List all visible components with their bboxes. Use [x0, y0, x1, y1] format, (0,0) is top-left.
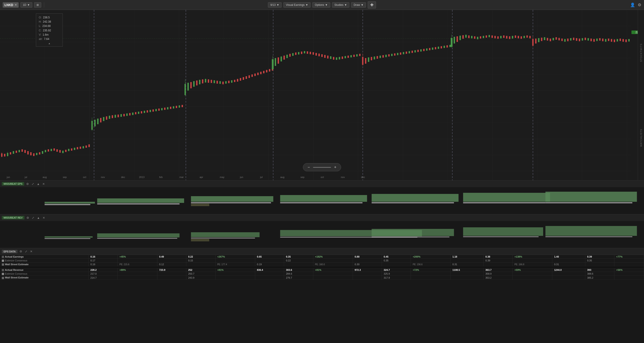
svg-rect-26: [39, 152, 40, 154]
svg-rect-52: [112, 115, 113, 118]
rev-close-icon[interactable]: ✕: [42, 216, 46, 220]
user-icon[interactable]: 👤: [630, 2, 635, 8]
ec-v1: 0.17: [88, 259, 118, 262]
date-range-button[interactable]: 9/13 ▼: [268, 2, 282, 8]
eps-close-icon[interactable]: ✕: [42, 182, 46, 186]
ws-rev-label: Wall Street Estimate: [0, 276, 88, 280]
watchlists-label[interactable]: WATCHLISTS: [640, 129, 642, 147]
wsr-v2: 243.9: [186, 276, 215, 280]
ar-v9: 363.7: [484, 268, 512, 272]
close-ticker-icon[interactable]: ✕: [14, 3, 17, 6]
zoom-slider[interactable]: [313, 167, 331, 168]
actual-earnings-swatch: [2, 256, 4, 258]
svg-rect-68: [158, 108, 160, 111]
draw-label: Draw: [354, 3, 360, 6]
eps-settings-icon[interactable]: ⚙: [26, 182, 30, 186]
svg-rect-35: [65, 150, 66, 152]
svg-rect-80: [190, 82, 192, 88]
svg-rect-125: [316, 53, 317, 56]
rev-settings-icon[interactable]: ⚙: [26, 216, 30, 220]
ecr-v5: 358.9: [484, 272, 512, 276]
studies-button[interactable]: Studies ▼: [332, 2, 349, 8]
ar-p1: +89%: [118, 268, 157, 272]
svg-rect-244: [191, 202, 271, 203]
svg-rect-204: [535, 38, 536, 44]
visual-earnings-button[interactable]: Visual Earnings ▼: [284, 2, 310, 8]
x-label-jul2: jul: [260, 176, 262, 178]
wse-pe5: PE: 166.8: [512, 262, 552, 266]
x-label-mar: mar: [180, 176, 184, 178]
studies-arrow-icon: ▼: [344, 3, 347, 6]
svg-rect-62: [141, 111, 142, 114]
stocktwits-label[interactable]: STOCKTWITS: [640, 44, 642, 62]
svg-rect-235: [626, 40, 627, 42]
svg-rect-130: [330, 56, 332, 59]
settings-icon[interactable]: ⚙: [638, 2, 641, 8]
eps-data-expand-icon[interactable]: ⤢: [24, 250, 28, 253]
eps-expand-icon[interactable]: ⤢: [31, 182, 35, 186]
svg-rect-30: [51, 149, 52, 151]
svg-rect-101: [251, 74, 253, 77]
wse-v3: 0.19: [255, 262, 284, 266]
chart-type-button[interactable]: ⊞: [34, 2, 41, 8]
svg-rect-260: [191, 232, 260, 237]
rev-expand-icon[interactable]: ⤢: [31, 216, 35, 220]
eps-data-close-icon[interactable]: ✕: [29, 250, 33, 253]
options-button[interactable]: Options ▼: [312, 2, 330, 8]
svg-rect-270: [545, 226, 637, 236]
timeframe-button[interactable]: 1D ▼: [20, 2, 32, 8]
svg-rect-172: [449, 45, 451, 47]
wsr-v6: 385.2: [585, 276, 614, 280]
ticker-symbol: LNKD: [4, 3, 13, 7]
svg-rect-89: [216, 81, 218, 84]
svg-rect-267: [372, 236, 449, 238]
svg-rect-258: [97, 233, 180, 238]
svg-rect-17: [13, 151, 14, 154]
zoom-in-button[interactable]: +: [333, 165, 338, 170]
ae-p3: +192%: [313, 255, 353, 259]
svg-rect-169: [440, 46, 442, 48]
wsr-v1: 214.7: [88, 276, 118, 280]
ohlc-o-label: O:: [39, 16, 42, 20]
svg-rect-24: [33, 153, 34, 156]
svg-rect-67: [156, 109, 157, 111]
svg-rect-168: [438, 47, 439, 49]
ae-v10: 1.40: [552, 255, 585, 259]
ohlc-expand-btn[interactable]: ▲: [39, 42, 60, 44]
ae-p6: +77%: [614, 255, 644, 259]
actual-revenue-swatch: [2, 269, 4, 271]
ohlc-v-label: V:: [39, 33, 41, 37]
wse-pe4: PE: 156.6: [411, 262, 450, 266]
ticker-badge[interactable]: LNKD ✕: [3, 2, 18, 8]
svg-rect-191: [500, 36, 502, 38]
add-study-button[interactable]: ✚: [368, 1, 376, 8]
svg-rect-53: [114, 115, 116, 118]
ohlc-atr-value: 7.64: [44, 37, 49, 41]
svg-rect-38: [74, 148, 75, 150]
x-label-may: may: [220, 176, 224, 178]
ae-v5: 0.35: [284, 255, 313, 259]
zoom-out-button[interactable]: −: [306, 165, 311, 170]
eps-up-icon[interactable]: ▲: [36, 182, 40, 186]
svg-rect-210: [552, 38, 554, 40]
svg-rect-41: [82, 146, 84, 148]
svg-rect-27: [42, 151, 43, 154]
ae-p1: +45%: [118, 255, 157, 259]
candlestick-chart: [0, 10, 630, 180]
eps-data-settings-icon[interactable]: ⚙: [19, 250, 23, 253]
svg-rect-99: [246, 76, 247, 79]
draw-button[interactable]: Draw ▼: [351, 2, 366, 8]
wse-v6: 0.31: [552, 262, 585, 266]
svg-rect-28: [45, 150, 46, 152]
svg-rect-47: [97, 118, 98, 124]
svg-rect-19: [18, 150, 20, 152]
svg-rect-51: [109, 116, 110, 119]
rev-up-icon[interactable]: ▲: [36, 216, 40, 220]
ar-p5: +59%: [512, 268, 552, 272]
svg-rect-196: [515, 36, 516, 38]
svg-rect-43: [88, 144, 90, 147]
svg-rect-223: [590, 38, 592, 41]
chart-area[interactable]: LNKD ⤢ ▲ O:238.5 H:242.38 L:234.68 C:235…: [0, 10, 644, 180]
svg-rect-102: [254, 74, 256, 76]
zoom-control: − +: [303, 163, 341, 171]
